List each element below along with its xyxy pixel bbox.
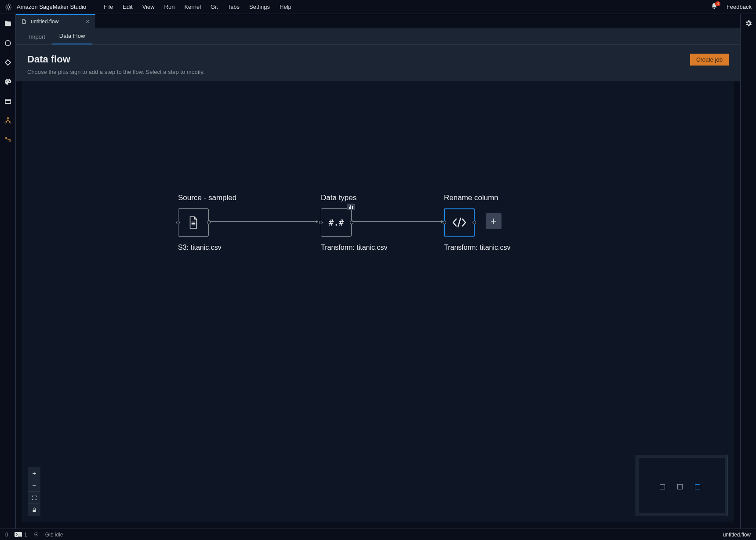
menu-git[interactable]: Git — [211, 4, 218, 10]
analysis-badge-icon[interactable] — [347, 204, 355, 210]
node-source[interactable]: Source - sampled S3: titanic.csv — [178, 193, 236, 252]
doc-tab-label: untitled.flow — [31, 18, 58, 25]
brand-title: Amazon SageMaker Studio — [17, 4, 86, 10]
components-icon[interactable] — [4, 116, 12, 125]
menu-help[interactable]: Help — [280, 4, 291, 10]
notifications-button[interactable]: 4 — [711, 3, 718, 11]
menu-tabs[interactable]: Tabs — [228, 4, 240, 10]
status-bar: 0 >_ 1 Git: idle untitled.flow — [0, 529, 756, 540]
top-menubar: Amazon SageMaker Studio File Edit View R… — [0, 0, 756, 14]
flow-canvas[interactable]: Source - sampled S3: titanic.csv Data ty… — [22, 81, 734, 522]
node-source-sub: S3: titanic.csv — [178, 244, 222, 252]
minimap-node — [660, 484, 665, 489]
tab-data-flow[interactable]: Data Flow — [52, 28, 92, 44]
palette-icon[interactable] — [4, 77, 12, 86]
svg-point-6 — [5, 137, 7, 139]
plus-icon — [490, 217, 498, 225]
page-subtitle: Choose the plus sign to add a step to th… — [27, 69, 690, 75]
port-in[interactable] — [176, 221, 180, 224]
node-datatypes[interactable]: Data types #.# Transform: titanic.csv — [321, 193, 387, 252]
doc-tab-untitled[interactable]: untitled.flow × — [16, 14, 95, 28]
code-icon — [452, 217, 467, 228]
port-in[interactable] — [319, 221, 323, 224]
minimap-node — [677, 484, 683, 489]
status-terminals[interactable]: >_ 1 — [15, 532, 27, 538]
zoom-out-button[interactable]: − — [28, 479, 40, 492]
svg-point-3 — [7, 117, 8, 119]
lock-icon — [32, 507, 37, 513]
fullscreen-icon — [32, 495, 37, 500]
port-out[interactable] — [472, 221, 476, 224]
flow-tabs: Import Data Flow — [16, 28, 740, 45]
document-icon — [188, 216, 199, 229]
running-icon[interactable] — [4, 39, 12, 47]
port-in[interactable] — [443, 221, 446, 224]
gear-icon — [33, 532, 39, 537]
terminal-icon: >_ — [15, 532, 22, 537]
status-git[interactable]: Git: idle — [45, 532, 63, 538]
zoom-controls: + − — [28, 467, 40, 516]
status-filename: untitled.flow — [723, 532, 751, 538]
hash-icon: #.# — [329, 218, 344, 227]
node-rename-title: Rename column — [444, 193, 498, 202]
file-browser-icon[interactable] — [4, 19, 12, 28]
menu-kernel[interactable]: Kernel — [184, 4, 201, 10]
lock-button[interactable] — [28, 504, 40, 516]
svg-line-11 — [458, 218, 461, 227]
notif-badge: 4 — [715, 1, 720, 6]
tab-import[interactable]: Import — [22, 29, 52, 44]
svg-point-14 — [36, 534, 37, 535]
minimap-node-selected — [695, 484, 700, 489]
node-datatypes-sub: Transform: titanic.csv — [321, 244, 387, 252]
left-sidebar — [0, 14, 16, 529]
menu-run[interactable]: Run — [164, 4, 175, 10]
svg-point-7 — [9, 140, 11, 142]
menu-edit[interactable]: Edit — [123, 4, 132, 10]
close-icon[interactable]: × — [86, 18, 90, 25]
menu-view[interactable]: View — [142, 4, 155, 10]
zoom-in-button[interactable]: + — [28, 467, 40, 479]
flow-file-icon — [21, 18, 27, 25]
menu-settings[interactable]: Settings — [249, 4, 270, 10]
sagemaker-logo-icon — [4, 3, 12, 11]
add-step-button[interactable] — [486, 213, 502, 229]
status-errors[interactable]: 0 — [5, 532, 8, 538]
top-menus: File Edit View Run Kernel Git Tabs Setti… — [104, 4, 291, 10]
minimap-viewport — [639, 458, 725, 513]
git-icon[interactable] — [4, 58, 12, 67]
port-out[interactable] — [350, 221, 353, 224]
settings-icon[interactable] — [745, 19, 752, 29]
svg-rect-2 — [5, 99, 11, 103]
right-sidebar — [740, 14, 756, 529]
tabs-icon[interactable] — [4, 97, 12, 106]
port-out[interactable] — [207, 221, 211, 224]
svg-point-1 — [5, 40, 11, 46]
feedback-link[interactable]: Feedback — [727, 4, 752, 10]
pipelines-icon[interactable] — [4, 135, 12, 144]
create-job-button[interactable]: Create job — [690, 54, 729, 66]
menu-file[interactable]: File — [104, 4, 113, 10]
document-tabs: untitled.flow × — [16, 14, 740, 28]
status-kernel-icon[interactable] — [33, 532, 39, 537]
node-datatypes-title: Data types — [321, 193, 356, 202]
node-source-title: Source - sampled — [178, 193, 236, 202]
minimap[interactable] — [636, 455, 728, 516]
node-rename-sub: Transform: titanic.csv — [444, 244, 510, 252]
fit-screen-button[interactable] — [28, 492, 40, 504]
page-title: Data flow — [27, 54, 690, 65]
svg-point-0 — [7, 6, 10, 8]
flow-header: Data flow Choose the plus sign to add a … — [16, 45, 740, 81]
